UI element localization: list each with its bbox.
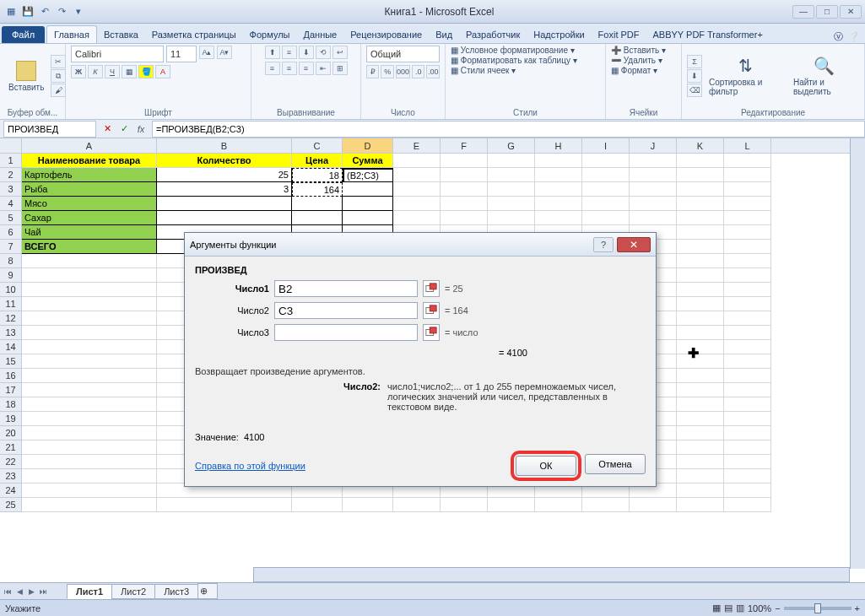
cell-L7[interactable] — [724, 240, 771, 254]
cell-L5[interactable] — [724, 211, 771, 225]
row-header[interactable]: 4 — [0, 197, 22, 211]
cell-A2[interactable]: Картофель — [22, 168, 157, 182]
cell-L3[interactable] — [724, 182, 771, 197]
currency-icon[interactable]: ₽ — [366, 65, 379, 78]
merge-icon[interactable]: ⊞ — [332, 62, 348, 75]
cell-K22[interactable] — [677, 455, 724, 469]
arg-input-2[interactable] — [274, 324, 418, 341]
row-header[interactable]: 10 — [0, 283, 22, 297]
clear-icon[interactable]: ⌫ — [687, 84, 702, 97]
cell-I2[interactable] — [582, 168, 630, 182]
cell-A6[interactable]: Чай — [22, 225, 157, 240]
minimize-button[interactable]: — — [792, 5, 814, 19]
cell-D5[interactable] — [343, 211, 393, 225]
cell-L25[interactable] — [724, 498, 771, 512]
col-header-D[interactable]: D — [343, 138, 393, 153]
tab-formulas[interactable]: Формулы — [243, 26, 297, 43]
fill-color-button[interactable]: 🪣 — [138, 65, 154, 78]
cell-A25[interactable] — [22, 498, 157, 512]
align-right-icon[interactable]: ≡ — [299, 62, 314, 75]
cell-A11[interactable] — [22, 297, 157, 311]
cell-F25[interactable] — [441, 498, 488, 512]
cell-K3[interactable] — [677, 182, 724, 197]
cell-I3[interactable] — [582, 182, 630, 197]
col-header-G[interactable]: G — [488, 138, 535, 153]
cell-A17[interactable] — [22, 383, 157, 397]
cell-H1[interactable] — [535, 154, 582, 168]
cell-A22[interactable] — [22, 455, 157, 469]
row-header[interactable]: 25 — [0, 498, 22, 512]
cell-L14[interactable] — [724, 340, 771, 354]
cell-E25[interactable] — [393, 498, 441, 512]
font-size[interactable]: 11 — [166, 46, 197, 62]
cell-K2[interactable] — [677, 168, 724, 182]
dialog-close-button[interactable]: ✕ — [617, 237, 651, 252]
dec-dec-icon[interactable]: .00 — [426, 65, 439, 78]
cell-A4[interactable]: Мясо — [22, 197, 157, 211]
cell-K12[interactable] — [677, 311, 724, 326]
col-header-B[interactable]: B — [157, 138, 292, 153]
zoom-in-icon[interactable]: + — [855, 603, 860, 613]
undo-icon[interactable]: ↶ — [37, 4, 52, 19]
font-name[interactable]: Calibri — [71, 46, 164, 62]
cell-L1[interactable] — [724, 154, 771, 168]
close-button[interactable]: ✕ — [840, 5, 862, 19]
cell-A21[interactable] — [22, 440, 157, 455]
tab-view[interactable]: Вид — [429, 26, 459, 43]
col-header-H[interactable]: H — [535, 138, 582, 153]
cell-J2[interactable] — [630, 168, 677, 182]
file-tab[interactable]: Файл — [2, 26, 45, 43]
underline-button[interactable]: Ч — [105, 65, 120, 78]
cell-L15[interactable] — [724, 354, 771, 369]
shrink-font-icon[interactable]: A▾ — [217, 46, 232, 59]
cell-K16[interactable] — [677, 369, 724, 383]
cell-A19[interactable] — [22, 412, 157, 426]
cell-H2[interactable] — [535, 168, 582, 182]
cell-B1[interactable]: Количество — [157, 154, 292, 168]
cell-B2[interactable]: 25 — [157, 168, 292, 182]
align-bot-icon[interactable]: ⬇ — [299, 46, 314, 59]
wrap-icon[interactable]: ↩ — [332, 46, 348, 59]
sheet-tab-2[interactable]: Лист2 — [111, 584, 155, 599]
find-select-button[interactable]: 🔍Найти и выделить — [790, 54, 859, 98]
copy-icon[interactable]: ⧉ — [51, 69, 66, 83]
cell-A23[interactable] — [22, 469, 157, 484]
cell-K19[interactable] — [677, 412, 724, 426]
cell-F2[interactable] — [441, 168, 488, 182]
cell-D2[interactable]: (B2;C3) — [343, 168, 393, 182]
cell-K11[interactable] — [677, 297, 724, 311]
cell-K23[interactable] — [677, 469, 724, 484]
cell-D25[interactable] — [343, 498, 393, 512]
tab-abbyy[interactable]: ABBYY PDF Transformer+ — [646, 26, 770, 43]
qat-dropdown-icon[interactable]: ▾ — [71, 4, 86, 19]
cell-B3[interactable]: 3 — [157, 182, 292, 197]
cell-C3[interactable]: 164 — [292, 182, 343, 197]
row-header[interactable]: 9 — [0, 268, 22, 283]
cell-C1[interactable]: Цена — [292, 154, 343, 168]
indent-dec-icon[interactable]: ⇤ — [316, 62, 331, 75]
cell-K14[interactable] — [677, 340, 724, 354]
cell-A24[interactable] — [22, 484, 157, 498]
cell-G5[interactable] — [488, 211, 535, 225]
sheet-nav-first-icon[interactable]: ⏮ — [2, 586, 14, 597]
tab-addins[interactable]: Надстройки — [527, 26, 591, 43]
row-header[interactable]: 17 — [0, 383, 22, 397]
view-normal-icon[interactable]: ▦ — [712, 602, 721, 613]
cell-J3[interactable] — [630, 182, 677, 197]
row-header[interactable]: 19 — [0, 412, 22, 426]
fill-down-icon[interactable]: ⬇ — [687, 69, 702, 83]
cell-K15[interactable] — [677, 354, 724, 369]
row-header[interactable]: 14 — [0, 340, 22, 354]
new-sheet-icon[interactable]: ⊕ — [197, 583, 218, 599]
cell-A9[interactable] — [22, 268, 157, 283]
select-all-corner[interactable] — [0, 138, 22, 154]
cell-L20[interactable] — [724, 426, 771, 440]
cell-L16[interactable] — [724, 369, 771, 383]
cell-A12[interactable] — [22, 311, 157, 326]
cell-A14[interactable] — [22, 340, 157, 354]
grow-font-icon[interactable]: A▴ — [199, 46, 214, 59]
cell-I5[interactable] — [582, 211, 630, 225]
col-header-F[interactable]: F — [441, 138, 488, 153]
cell-A13[interactable] — [22, 326, 157, 340]
cell-K24[interactable] — [677, 484, 724, 498]
